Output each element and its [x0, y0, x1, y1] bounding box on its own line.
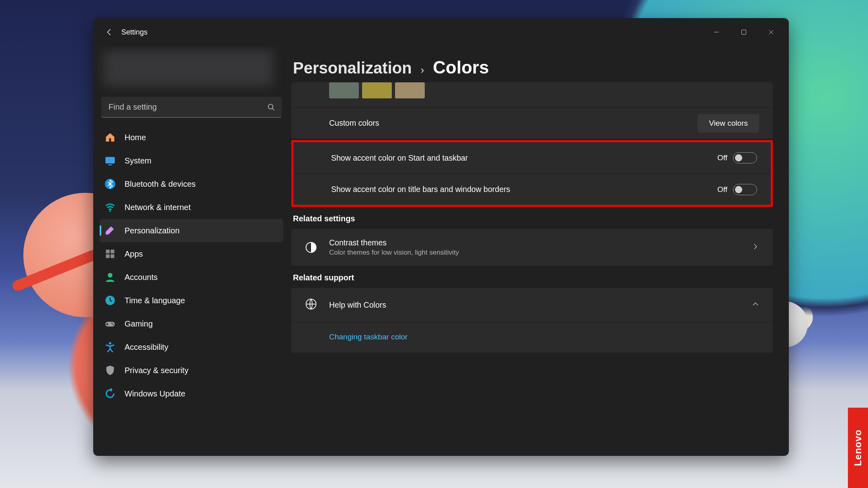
svg-rect-2 [105, 157, 115, 163]
svg-point-15 [109, 342, 111, 345]
sidebar-item-gaming[interactable]: Gaming [100, 312, 283, 335]
chevron-right-icon [752, 243, 759, 252]
wifi-icon [104, 202, 116, 213]
contrast-themes-row[interactable]: Contrast themes Color themes for low vis… [291, 229, 773, 266]
accent-title-toggle[interactable] [733, 184, 757, 195]
sidebar-item-accessibility[interactable]: Accessibility [100, 335, 283, 359]
view-colors-button[interactable]: View colors [698, 114, 759, 133]
svg-point-1 [268, 104, 273, 109]
help-box: Help with Colors Changing taskbar color [291, 288, 773, 353]
svg-rect-7 [111, 250, 114, 253]
sidebar-item-system[interactable]: System [100, 149, 283, 172]
svg-point-5 [109, 210, 111, 212]
sidebar-item-label: Home [125, 133, 146, 142]
arrow-left-icon [105, 28, 114, 37]
sidebar-item-network-internet[interactable]: Network & internet [100, 196, 283, 219]
titlebar: Settings [93, 18, 789, 46]
nav-list: HomeSystemBluetooth & devicesNetwork & i… [97, 124, 286, 407]
lenovo-watermark: Lenovo [848, 408, 868, 488]
maximize-button[interactable] [730, 22, 757, 42]
search-wrap [101, 97, 282, 118]
related-settings-heading: Related settings [293, 214, 773, 223]
sidebar-item-label: Windows Update [125, 389, 185, 398]
update-icon [104, 388, 116, 399]
breadcrumb-current: Colors [433, 57, 489, 78]
help-link-changing-taskbar-color[interactable]: Changing taskbar color [291, 322, 773, 353]
sidebar-item-label: Bluetooth & devices [125, 180, 196, 189]
related-support-heading: Related support [293, 273, 773, 282]
sidebar-item-accounts[interactable]: Accounts [100, 265, 283, 289]
sidebar-item-privacy-security[interactable]: Privacy & security [100, 359, 283, 382]
color-swatch[interactable] [362, 82, 392, 98]
globe-icon [305, 298, 317, 312]
accent-start-taskbar-row: Show accent color on Start and taskbar O… [293, 142, 771, 174]
help-title: Help with Colors [329, 300, 386, 310]
contrast-title: Contrast themes [329, 238, 459, 247]
svg-rect-6 [106, 250, 110, 253]
svg-rect-9 [111, 254, 114, 258]
chevron-right-icon: › [421, 64, 424, 76]
search-icon [267, 103, 275, 111]
settings-window: Settings HomeSystemBluetooth & devicesNe… [93, 18, 789, 456]
home-icon [104, 132, 116, 143]
bluetooth-icon [104, 178, 116, 190]
sidebar-item-bluetooth-devices[interactable]: Bluetooth & devices [100, 172, 283, 196]
sidebar-item-windows-update[interactable]: Windows Update [100, 382, 283, 405]
chevron-up-icon [752, 300, 759, 309]
contrast-icon [305, 241, 317, 253]
clock-icon [104, 295, 116, 306]
sidebar-item-label: System [125, 156, 151, 165]
desktop-wallpaper: Settings HomeSystemBluetooth & devicesNe… [0, 0, 868, 488]
sidebar-item-label: Accessibility [125, 343, 168, 352]
shield-icon [104, 365, 116, 376]
account-blurred [104, 50, 273, 86]
custom-colors-label: Custom colors [329, 118, 379, 128]
svg-point-10 [108, 273, 113, 278]
sidebar-item-label: Apps [125, 249, 143, 259]
sidebar: HomeSystemBluetooth & devicesNetwork & i… [93, 46, 290, 456]
gamepad-icon [104, 318, 116, 329]
color-swatch[interactable] [329, 82, 359, 98]
breadcrumb-parent[interactable]: Personalization [293, 59, 412, 77]
system-icon [104, 155, 116, 166]
accent-title-label: Show accent color on title bars and wind… [331, 185, 510, 194]
svg-point-13 [111, 323, 113, 324]
sidebar-item-personalization[interactable]: Personalization [100, 219, 283, 242]
color-swatch[interactable] [395, 82, 425, 98]
svg-rect-8 [106, 254, 110, 258]
svg-rect-0 [742, 30, 746, 35]
swatch-row [291, 82, 773, 107]
svg-rect-3 [108, 164, 112, 165]
accessibility-icon [104, 341, 116, 353]
sidebar-item-time-language[interactable]: Time & language [100, 289, 283, 312]
close-button[interactable] [757, 22, 785, 42]
accent-start-label: Show accent color on Start and taskbar [331, 153, 468, 163]
sidebar-item-apps[interactable]: Apps [100, 242, 283, 265]
accent-panel: Custom colors View colors [291, 82, 773, 139]
accent-title-borders-row: Show accent color on title bars and wind… [293, 174, 771, 205]
account-icon [104, 272, 116, 283]
accent-toggles-highlight: Show accent color on Start and taskbar O… [291, 140, 773, 207]
back-button[interactable] [99, 22, 120, 43]
sidebar-item-label: Personalization [125, 226, 180, 235]
minimize-button[interactable] [703, 22, 730, 42]
account-info[interactable] [104, 50, 282, 90]
search-input[interactable] [101, 97, 282, 118]
breadcrumb: Personalization › Colors [293, 57, 773, 78]
sidebar-item-label: Accounts [125, 273, 158, 282]
window-title: Settings [121, 28, 147, 37]
svg-point-14 [113, 324, 114, 325]
sidebar-item-home[interactable]: Home [100, 126, 283, 149]
content: Personalization › Colors Custom colors V… [290, 46, 789, 456]
contrast-sub: Color themes for low vision, light sensi… [329, 249, 459, 257]
help-head[interactable]: Help with Colors [291, 288, 773, 322]
sidebar-item-label: Gaming [125, 319, 153, 329]
window-controls [703, 22, 785, 42]
sidebar-item-label: Privacy & security [125, 366, 188, 375]
custom-colors-row: Custom colors View colors [291, 107, 773, 139]
accent-start-toggle[interactable] [733, 152, 757, 163]
brush-icon [104, 225, 116, 236]
accent-start-state: Off [717, 153, 727, 162]
accent-title-state: Off [717, 185, 727, 194]
sidebar-item-label: Time & language [125, 296, 185, 305]
